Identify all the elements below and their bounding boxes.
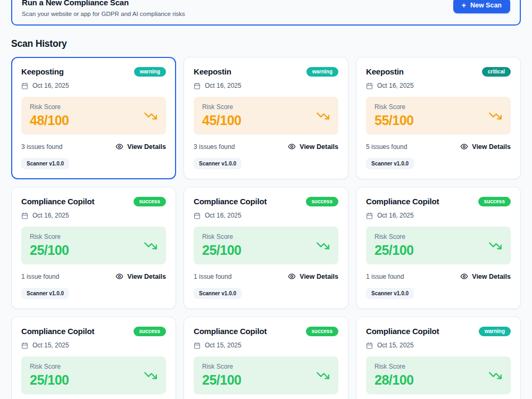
risk-score-label: Risk Score (30, 103, 69, 111)
scanner-version-badge: Scanner v1.0.0 (366, 158, 414, 169)
scan-date: Oct 16, 2025 (205, 212, 242, 219)
card-footer: 1 issue found View Details (21, 272, 166, 280)
trending-down-icon (488, 239, 502, 253)
scan-card[interactable]: Keeposting warning Oct 16, 2025 Risk Sco… (11, 57, 176, 179)
calendar-icon (366, 342, 373, 349)
scan-card[interactable]: Keepostin critical Oct 16, 2025 Risk Sco… (356, 57, 521, 179)
card-header: Compliance Copilot success (21, 327, 166, 336)
scan-date: Oct 16, 2025 (377, 82, 414, 89)
calendar-icon (194, 82, 201, 89)
risk-score-info: Risk Score 25/100 (30, 363, 69, 388)
risk-score-box: Risk Score 55/100 (366, 97, 511, 135)
scan-title: Keeposting (21, 67, 64, 76)
banner-subtitle: Scan your website or app for GDPR and AI… (22, 11, 185, 17)
calendar-icon (366, 212, 373, 219)
view-details-button[interactable]: View Details (115, 272, 166, 280)
risk-score-value: 48/100 (30, 113, 69, 128)
scan-date: Oct 15, 2025 (205, 342, 242, 349)
scanner-row: Scanner v1.0.0 (21, 158, 166, 169)
scan-date: Oct 15, 2025 (32, 342, 69, 349)
scan-date-row: Oct 16, 2025 (194, 82, 338, 89)
card-header: Keeposting warning (21, 67, 166, 77)
eye-icon (288, 143, 296, 151)
risk-score-info: Risk Score 48/100 (30, 103, 69, 128)
view-details-label: View Details (127, 143, 166, 151)
eye-icon (288, 272, 296, 280)
risk-score-label: Risk Score (202, 233, 241, 240)
issues-found: 1 issue found (21, 273, 59, 280)
view-details-label: View Details (300, 143, 338, 151)
risk-score-box: Risk Score 25/100 (21, 356, 166, 394)
view-details-label: View Details (127, 273, 166, 280)
risk-score-label: Risk Score (375, 103, 413, 111)
scan-title: Compliance Copilot (366, 327, 439, 336)
scanner-row: Scanner v1.0.0 (21, 288, 166, 299)
eye-icon (460, 272, 468, 280)
risk-score-info: Risk Score 25/100 (202, 233, 241, 258)
issues-found: 3 issues found (194, 143, 235, 151)
scan-card[interactable]: Compliance Copilot success Oct 16, 2025 … (184, 187, 348, 309)
risk-score-info: Risk Score 25/100 (202, 363, 241, 388)
scan-card[interactable]: Keepostin warning Oct 16, 2025 Risk Scor… (184, 57, 348, 179)
plus-icon: + (462, 2, 466, 9)
calendar-icon (194, 212, 201, 219)
status-badge: warning (479, 327, 511, 336)
risk-score-box: Risk Score 25/100 (21, 227, 166, 264)
risk-score-info: Risk Score 45/100 (202, 103, 241, 128)
view-details-button[interactable]: View Details (288, 272, 338, 280)
scan-date-row: Oct 16, 2025 (21, 212, 166, 219)
view-details-button[interactable]: View Details (115, 143, 166, 151)
trending-down-icon (488, 109, 502, 123)
scan-title: Compliance Copilot (21, 197, 94, 206)
scan-title: Keepostin (366, 67, 404, 76)
view-details-button[interactable]: View Details (288, 143, 338, 151)
scan-title: Compliance Copilot (194, 197, 267, 206)
scan-card[interactable]: Compliance Copilot success Oct 15, 2025 … (184, 317, 348, 399)
scanner-row: Scanner v1.0.0 (366, 288, 511, 299)
risk-score-box: Risk Score 25/100 (194, 227, 338, 264)
trending-down-icon (144, 239, 157, 253)
risk-score-value: 25/100 (375, 243, 413, 258)
risk-score-label: Risk Score (375, 233, 413, 240)
status-badge: warning (306, 67, 338, 77)
calendar-icon (194, 342, 201, 349)
calendar-icon (366, 82, 373, 89)
risk-score-value: 25/100 (30, 372, 69, 388)
trending-down-icon (316, 109, 330, 123)
view-details-label: View Details (472, 273, 511, 280)
new-scan-button[interactable]: + New Scan (453, 0, 510, 13)
card-header: Compliance Copilot success (366, 197, 511, 206)
scan-card[interactable]: Compliance Copilot success Oct 16, 2025 … (11, 187, 176, 309)
view-details-label: View Details (472, 143, 511, 151)
eye-icon (115, 143, 123, 151)
scan-card[interactable]: Compliance Copilot success Oct 16, 2025 … (356, 187, 521, 309)
card-header: Keepostin warning (194, 67, 338, 77)
scan-date: Oct 16, 2025 (205, 82, 242, 89)
scan-date: Oct 15, 2025 (377, 342, 414, 349)
scanner-row: Scanner v1.0.0 (194, 288, 338, 299)
status-badge: critical (482, 67, 511, 77)
issues-found: 1 issue found (366, 273, 404, 280)
scanner-version-badge: Scanner v1.0.0 (21, 158, 69, 169)
eye-icon (115, 272, 123, 280)
view-details-button[interactable]: View Details (460, 272, 511, 280)
status-badge: success (134, 327, 166, 336)
scan-date-row: Oct 16, 2025 (21, 82, 166, 89)
card-header: Compliance Copilot success (21, 197, 166, 206)
page: Run a New Compliance Scan Scan your webs… (0, 0, 532, 399)
scan-card[interactable]: Compliance Copilot success Oct 15, 2025 … (11, 317, 176, 399)
trending-down-icon (316, 369, 330, 383)
issues-found: 1 issue found (194, 273, 231, 280)
scan-history-heading: Scan History (11, 38, 521, 49)
scan-card[interactable]: Compliance Copilot warning Oct 15, 2025 … (356, 317, 521, 399)
card-header: Compliance Copilot success (194, 327, 338, 336)
scanner-version-badge: Scanner v1.0.0 (194, 158, 242, 169)
scan-card-grid: Keeposting warning Oct 16, 2025 Risk Sco… (11, 57, 521, 399)
trending-down-icon (144, 109, 157, 123)
risk-score-label: Risk Score (375, 363, 413, 370)
view-details-button[interactable]: View Details (460, 143, 511, 151)
status-badge: success (478, 197, 511, 206)
calendar-icon (21, 82, 28, 89)
scan-date: Oct 16, 2025 (32, 82, 69, 89)
issues-found: 5 issues found (366, 143, 407, 151)
